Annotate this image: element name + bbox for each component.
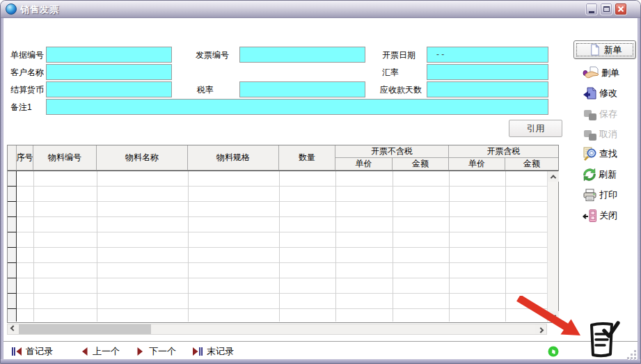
first-record-icon [12, 347, 22, 356]
col-header-seq: 序号 [17, 145, 33, 171]
close-icon [617, 5, 625, 13]
green-badge-icon [548, 346, 559, 360]
customer-label: 客户名称 [10, 67, 44, 79]
invoice-no-label: 发票编号 [196, 49, 229, 61]
invoice-lines-grid: 序号 物料编号 物料名称 物料规格 数量 开票不含税 开票含税 单价 金额 单价… [7, 145, 559, 323]
window-border-left [1, 18, 3, 362]
currency-label: 结算货币 [10, 84, 44, 96]
maximize-button[interactable] [600, 3, 612, 15]
titlebar: 销售发票 [1, 1, 640, 18]
receivable-days-field[interactable] [427, 81, 548, 97]
chevron-down-icon [551, 312, 556, 318]
cancel-button: 取消 [583, 126, 640, 143]
group-header-excl-tax: 开票不含税 [335, 145, 449, 158]
horizontal-scrollbar[interactable] [7, 324, 547, 335]
col-header-quantity: 数量 [279, 145, 335, 171]
exchange-rate-label: 汇率 [382, 67, 399, 79]
previous-record-label: 上一个 [93, 345, 120, 358]
quote-button[interactable]: 引用 [509, 120, 562, 137]
new-doc-icon [588, 43, 601, 56]
close-form-button[interactable]: 关闭 [583, 207, 640, 224]
new-button-label: 新单 [604, 44, 622, 56]
find-button-label: 查找 [599, 148, 617, 160]
col-header-material-no: 物料编号 [33, 145, 97, 171]
remark1-label: 备注1 [10, 102, 32, 113]
last-record-button[interactable]: 末记录 [193, 345, 234, 358]
scroll-left-button[interactable] [8, 324, 19, 334]
save-button: 保存 [583, 106, 640, 122]
scroll-down-button[interactable] [548, 311, 559, 322]
cancel-icon [583, 128, 597, 141]
invoice-date-field[interactable]: - - [427, 47, 548, 63]
save-icon [583, 108, 597, 121]
audit-check-icon[interactable] [585, 319, 620, 361]
print-button[interactable]: 打印 [583, 187, 640, 203]
invoice-date-label: 开票日期 [382, 49, 416, 61]
next-record-button[interactable]: 下一个 [136, 345, 176, 358]
row-indicator-column [8, 171, 17, 322]
previous-record-button[interactable]: 上一个 [80, 345, 120, 358]
col-header-material-name: 物料名称 [97, 145, 188, 171]
maximize-icon [603, 6, 610, 12]
col-header-material-spec: 物料规格 [188, 145, 279, 171]
remark1-field[interactable] [46, 99, 548, 115]
customer-field[interactable] [46, 64, 172, 80]
chevron-left-icon [10, 325, 16, 331]
last-record-icon [193, 347, 203, 356]
window-title: 销售发票 [20, 3, 59, 16]
printer-icon [583, 189, 597, 202]
delete-doc-icon [583, 66, 599, 80]
tax-rate-label: 税率 [197, 84, 214, 96]
globe-icon [6, 3, 17, 15]
receivable-days-label: 应收款天数 [380, 84, 422, 96]
first-record-button[interactable]: 首记录 [12, 345, 53, 358]
print-button-label: 打印 [599, 189, 617, 201]
tax-rate-field[interactable] [239, 81, 365, 97]
close-form-button-label: 关闭 [599, 209, 617, 222]
next-record-icon [136, 347, 145, 356]
grid-body[interactable] [17, 171, 558, 322]
delete-button-label: 删单 [601, 67, 619, 79]
doc-no-label: 单据编号 [10, 49, 44, 61]
doc-no-field[interactable] [46, 47, 172, 63]
cancel-button-label: 取消 [599, 128, 617, 141]
modify-icon [583, 86, 597, 100]
col-header-excl-unit-price: 单价 [335, 158, 393, 171]
previous-record-icon [80, 347, 88, 356]
exchange-rate-field[interactable] [427, 64, 548, 80]
delete-invoice-button[interactable]: 删单 [583, 65, 640, 81]
minimize-button[interactable] [585, 3, 598, 15]
refresh-button-label: 刷新 [599, 168, 617, 181]
next-record-label: 下一个 [149, 345, 176, 358]
find-button[interactable]: 查找 [583, 145, 640, 162]
modify-button[interactable]: 修改 [583, 85, 640, 102]
last-record-label: 末记录 [207, 345, 234, 358]
chevron-up-icon [551, 175, 556, 180]
resize-grip[interactable] [626, 351, 638, 361]
close-button[interactable] [615, 3, 627, 15]
currency-field[interactable] [46, 81, 172, 97]
nav-separator [3, 341, 638, 342]
scroll-up-button[interactable] [548, 171, 559, 182]
col-header-incl-amount: 金额 [505, 158, 558, 171]
group-header-incl-tax: 开票含税 [449, 145, 558, 158]
new-invoice-button[interactable]: 新单 [573, 40, 636, 59]
refresh-icon [583, 168, 596, 182]
indicator-header-cell [8, 145, 17, 171]
minimize-icon [589, 11, 594, 13]
search-icon [583, 147, 597, 161]
col-header-incl-unit-price: 单价 [449, 158, 505, 171]
hscroll-thumb[interactable] [19, 324, 151, 334]
refresh-button[interactable]: 刷新 [583, 166, 640, 183]
vertical-scrollbar[interactable] [547, 171, 558, 322]
col-header-excl-amount: 金额 [393, 158, 449, 171]
invoice-no-field[interactable] [239, 47, 365, 63]
save-button-label: 保存 [599, 108, 617, 120]
sales-invoice-window: 销售发票 单据编号 发票编号 开票日期 客户名称 汇率 结算货币 税率 应收款天… [0, 0, 641, 364]
first-record-label: 首记录 [26, 345, 53, 358]
modify-button-label: 修改 [599, 87, 617, 100]
scroll-right-button[interactable] [535, 324, 546, 334]
window-border-bottom [1, 359, 640, 363]
chevron-right-icon [538, 327, 544, 333]
exit-door-icon [583, 209, 597, 223]
